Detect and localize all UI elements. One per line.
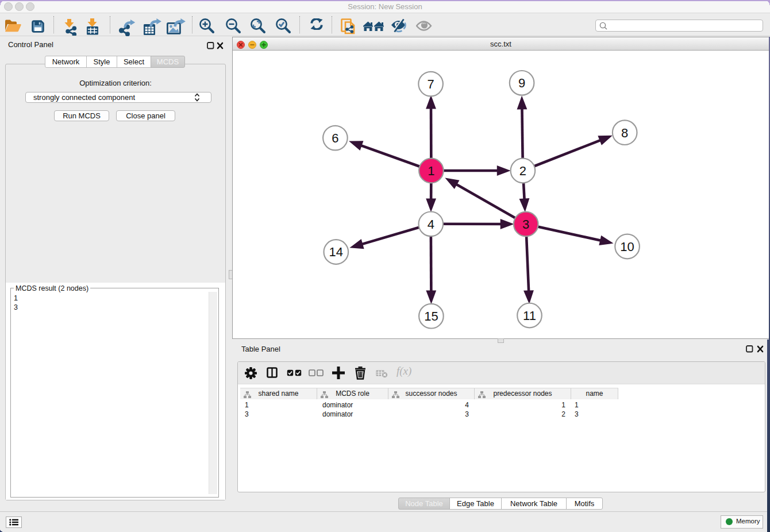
svg-text:6: 6 [332,131,338,145]
svg-text:14: 14 [329,245,343,259]
svg-text:7: 7 [427,77,434,91]
svg-text:1: 1 [428,164,434,178]
svg-text:15: 15 [424,309,438,323]
svg-text:3: 3 [522,217,529,232]
svg-text:11: 11 [523,309,536,323]
svg-text:8: 8 [621,126,628,140]
svg-text:4: 4 [428,217,434,232]
svg-text:2: 2 [519,164,526,178]
svg-text:10: 10 [620,240,634,254]
svg-text:9: 9 [518,76,525,90]
